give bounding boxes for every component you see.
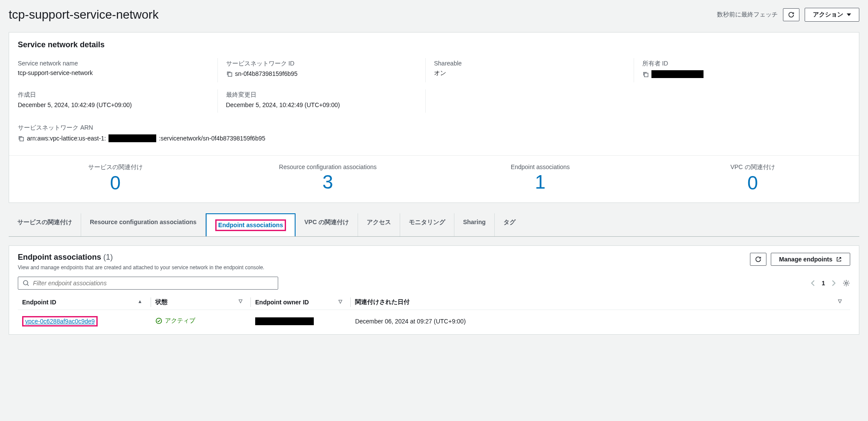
next-page-icon[interactable] xyxy=(832,280,835,286)
modified-label: 最終変更日 xyxy=(226,91,426,99)
pagination: 1 xyxy=(811,279,850,287)
refresh-icon xyxy=(755,256,762,263)
svg-rect-0 xyxy=(228,72,231,76)
sort-icon: ▽ xyxy=(339,299,342,304)
shareable-value: オン xyxy=(434,69,634,77)
stat-endpoint-assoc[interactable]: Endpoint associations 1 xyxy=(434,156,647,194)
tab-service-assoc[interactable]: サービスの関連付け xyxy=(9,213,81,236)
modified-value: December 5, 2024, 10:42:49 (UTC+09:00) xyxy=(226,101,426,108)
svg-point-3 xyxy=(23,281,28,285)
tab-resource-config[interactable]: Resource configuration associations xyxy=(81,213,206,236)
shareable-label: Shareable xyxy=(434,60,634,67)
stat-vpc-assoc[interactable]: VPC の関連付け 0 xyxy=(647,156,859,194)
id-value: sn-0f4b87398159f6b95 xyxy=(235,70,298,77)
sort-icon: ▽ xyxy=(838,298,842,304)
tab-vpc-assoc[interactable]: VPC の関連付け xyxy=(296,213,358,236)
search-icon xyxy=(23,280,30,287)
col-endpoint-id[interactable]: Endpoint ID ▲ xyxy=(18,295,151,310)
page-number: 1 xyxy=(822,280,825,287)
arn-prefix: arn:aws:vpc-lattice:us-east-1: xyxy=(27,135,106,142)
owner-redacted xyxy=(255,317,314,325)
name-value: tcp-support-service-network xyxy=(18,69,217,76)
svg-rect-2 xyxy=(20,137,23,140)
created-value: December 5, 2024, 10:42:49 (UTC+09:00) xyxy=(18,101,217,108)
actions-button[interactable]: アクション xyxy=(805,8,859,22)
refresh-endpoint-button[interactable] xyxy=(750,253,766,266)
external-link-icon xyxy=(836,256,842,262)
table-row: vpce-0c6288af9ac0c9de9 アクティブ December 06… xyxy=(18,310,850,334)
tabs-bar: サービスの関連付け Resource configuration associa… xyxy=(9,213,859,237)
copy-icon[interactable] xyxy=(18,135,24,142)
copy-icon[interactable] xyxy=(642,71,649,78)
sort-icon: ▽ xyxy=(239,298,242,304)
assoc-date: December 06, 2024 at 09:27 (UTC+9:00) xyxy=(351,310,850,334)
endpoint-id-link[interactable]: vpce-0c6288af9ac0c9de9 xyxy=(25,318,95,325)
col-date[interactable]: 関連付けされた日付 ▽ xyxy=(351,295,850,310)
tab-endpoint-assoc[interactable]: Endpoint associations xyxy=(206,213,296,236)
check-circle-icon xyxy=(155,317,162,324)
service-network-details-panel: Service network details Service network … xyxy=(9,32,859,203)
actions-label: アクション xyxy=(813,11,843,19)
svg-point-4 xyxy=(845,282,848,284)
prev-page-icon[interactable] xyxy=(811,280,815,286)
status-badge: アクティブ xyxy=(155,317,195,325)
copy-icon[interactable] xyxy=(226,71,233,77)
refresh-icon xyxy=(788,11,795,18)
svg-rect-1 xyxy=(644,73,648,76)
owner-label: 所有者 ID xyxy=(642,60,842,68)
created-label: 作成日 xyxy=(18,91,217,99)
endpoint-title: Endpoint associations (1) xyxy=(18,253,113,261)
details-panel-title: Service network details xyxy=(9,33,859,55)
name-label: Service network name xyxy=(18,60,217,67)
tab-tags[interactable]: タグ xyxy=(495,213,524,236)
id-label: サービスネットワーク ID xyxy=(226,60,426,68)
last-fetch-text: 数秒前に最終フェッチ xyxy=(717,11,778,19)
page-title: tcp-support-service-network xyxy=(9,8,158,22)
sort-asc-icon: ▲ xyxy=(138,299,142,304)
manage-endpoints-button[interactable]: Manage endpoints xyxy=(771,253,850,266)
arn-label: サービスネットワーク ARN xyxy=(18,124,850,132)
stat-resource-config[interactable]: Resource configuration associations 3 xyxy=(222,156,434,194)
endpoint-desc: View and manage endpoints that are creat… xyxy=(18,264,264,271)
col-state[interactable]: 状態 ▽ xyxy=(151,295,251,310)
arn-redacted xyxy=(108,134,156,142)
chevron-down-icon xyxy=(847,13,851,16)
refresh-button[interactable] xyxy=(783,8,799,21)
gear-icon[interactable] xyxy=(842,279,850,287)
tab-monitoring[interactable]: モニタリング xyxy=(400,213,454,236)
arn-suffix: :servicenetwork/sn-0f4b87398159f6b95 xyxy=(159,135,265,142)
tab-sharing[interactable]: Sharing xyxy=(454,213,495,236)
owner-redacted xyxy=(651,70,704,78)
endpoint-table: Endpoint ID ▲ 状態 ▽ Endpoint owner ID ▽ 関… xyxy=(18,295,850,334)
col-owner[interactable]: Endpoint owner ID ▽ xyxy=(251,295,351,310)
filter-input[interactable] xyxy=(33,280,273,287)
endpoint-associations-panel: Endpoint associations (1) View and manag… xyxy=(9,245,859,335)
stat-service-assoc[interactable]: サービスの関連付け 0 xyxy=(9,156,222,194)
filter-box[interactable] xyxy=(18,277,278,290)
tab-access[interactable]: アクセス xyxy=(358,213,400,236)
